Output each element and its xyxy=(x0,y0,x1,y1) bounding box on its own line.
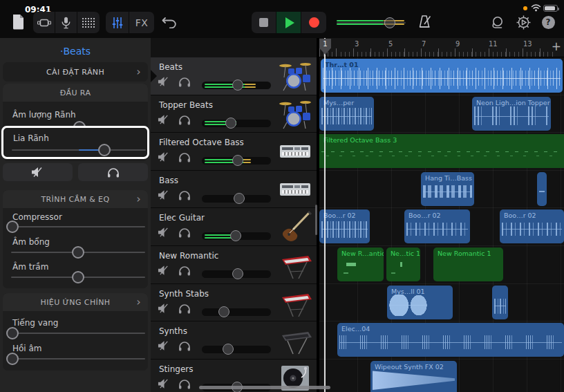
red-keyboard-icon[interactable] xyxy=(278,286,312,319)
track-pan-slider[interactable] xyxy=(12,144,146,156)
drum-kit-icon[interactable] xyxy=(278,97,312,131)
track-row-elec-guitar[interactable]: Elec Guitar xyxy=(151,208,317,246)
region-new-romantic-3[interactable]: New Romantic 1 xyxy=(433,248,503,281)
volume-knob[interactable] xyxy=(232,80,243,91)
region-elec-guitar-3[interactable]: Boo…r 02 xyxy=(500,209,564,243)
mute-icon[interactable] xyxy=(158,227,171,238)
mute-icon[interactable] xyxy=(158,378,171,389)
track-row-bass[interactable]: Bass xyxy=(151,171,317,209)
track-volume-slider[interactable] xyxy=(202,195,271,203)
add-section-button[interactable]: + xyxy=(552,39,561,53)
headphones-icon[interactable] xyxy=(178,190,191,200)
region-synth-stabs-1[interactable]: Mys…ll 01 xyxy=(387,286,453,319)
mute-icon[interactable] xyxy=(158,189,171,200)
region-synths[interactable]: Elec…04 xyxy=(337,323,564,357)
volume-knob[interactable] xyxy=(232,268,243,279)
headphones-icon[interactable] xyxy=(178,77,191,87)
track-volume-slider[interactable] xyxy=(202,82,271,89)
bass-slider[interactable] xyxy=(11,271,145,283)
headphones-icon[interactable] xyxy=(178,152,191,162)
volume-knob[interactable] xyxy=(234,193,245,204)
record-input-button[interactable] xyxy=(55,12,77,33)
region-stingers[interactable]: Wipeout Synth FX 02 xyxy=(370,361,457,392)
settings-button[interactable] xyxy=(515,14,532,30)
region-filtered-octave-bass[interactable]: Filtered Octave Bass 3 xyxy=(319,134,564,168)
echo-knob[interactable] xyxy=(6,353,19,365)
reverb-slider[interactable] xyxy=(11,327,145,339)
track-settings-button[interactable]: CÀI ĐẶT RÃNH › xyxy=(3,62,148,82)
echo-slider[interactable] xyxy=(11,353,145,365)
headphones-icon[interactable] xyxy=(178,265,191,276)
track-volume-slider[interactable] xyxy=(202,308,271,316)
play-button[interactable] xyxy=(276,12,301,33)
track-volume-slider[interactable] xyxy=(202,120,271,127)
region-new-romantic-2[interactable]: Ne…tic 1 xyxy=(386,248,420,281)
treble-knob[interactable] xyxy=(72,246,84,259)
plugins-eq-header[interactable]: TRÌNH CẮM & EQ › xyxy=(3,190,148,208)
bass-knob[interactable] xyxy=(72,271,84,283)
red-keyboard-icon[interactable] xyxy=(278,248,312,281)
track-row-filtered-octave-bass[interactable]: Filtered Octave Bass xyxy=(151,133,317,171)
region-bass[interactable]: Hang Ti…Bass 02 xyxy=(421,172,474,206)
compressor-knob[interactable] xyxy=(6,221,19,233)
stop-button[interactable] xyxy=(252,12,276,33)
mute-icon[interactable] xyxy=(158,340,171,351)
reverb-knob[interactable] xyxy=(6,327,19,339)
vertical-scrollbar[interactable] xyxy=(315,205,317,235)
metronome-button[interactable] xyxy=(415,13,433,31)
compressor-slider[interactable] xyxy=(11,221,145,233)
track-row-topper-beats[interactable]: Topper Beats xyxy=(151,95,317,133)
master-volume-slider[interactable] xyxy=(337,17,406,29)
headphones-icon[interactable] xyxy=(178,341,191,351)
my-songs-button[interactable] xyxy=(9,12,27,31)
dark-keyboard-icon[interactable] xyxy=(278,324,312,357)
headphones-icon[interactable] xyxy=(178,304,191,314)
volume-knob[interactable] xyxy=(230,230,241,241)
region-bass-small[interactable] xyxy=(537,172,547,206)
volume-knob[interactable] xyxy=(225,118,236,129)
drum-kit-icon[interactable] xyxy=(278,59,312,93)
synth-module-icon[interactable] xyxy=(278,135,312,168)
mute-icon[interactable] xyxy=(158,114,171,125)
master-volume-knob[interactable] xyxy=(384,17,395,28)
horizontal-scrollbar[interactable] xyxy=(199,386,330,389)
track-volume-slider[interactable] xyxy=(202,157,271,165)
region-beats[interactable]: Thr…t 01 xyxy=(321,59,563,93)
track-row-beats[interactable]: Beats xyxy=(151,57,317,95)
volume-knob[interactable] xyxy=(218,306,229,317)
region-elec-guitar-1[interactable]: Boo…r 02 xyxy=(319,209,370,243)
synth-module-icon[interactable] xyxy=(278,173,312,206)
track-volume-slider[interactable] xyxy=(202,232,271,240)
master-effects-header[interactable]: HIỆU ỨNG CHÍNH › xyxy=(3,293,148,311)
region-topper-1[interactable]: Mys…per xyxy=(319,97,374,131)
mute-icon[interactable] xyxy=(158,265,171,276)
track-pan-knob[interactable] xyxy=(98,144,111,156)
arrangement-timeline[interactable]: 3 5 7 9 11 13 + Thr…t 01 Mys…per xyxy=(319,38,564,392)
mute-icon[interactable] xyxy=(158,76,171,87)
loop-browser-button[interactable] xyxy=(489,15,506,30)
timeline-ruler[interactable]: 3 5 7 9 11 13 + xyxy=(319,38,564,57)
headphones-icon[interactable] xyxy=(178,227,191,238)
mute-button[interactable] xyxy=(3,163,73,181)
record-button[interactable] xyxy=(301,12,326,33)
fx-button[interactable]: FX xyxy=(129,12,154,33)
electric-guitar-icon[interactable] xyxy=(278,210,312,243)
headphones-icon[interactable] xyxy=(178,115,191,125)
track-controls-button[interactable] xyxy=(106,12,129,33)
track-volume-slider[interactable] xyxy=(202,346,271,353)
treble-slider[interactable] xyxy=(11,246,145,259)
playhead[interactable] xyxy=(324,38,326,392)
region-topper-2[interactable]: Neon Ligh…ion Topper xyxy=(472,97,551,131)
volume-knob[interactable] xyxy=(232,155,243,166)
live-loops-button[interactable] xyxy=(77,12,100,33)
region-elec-guitar-2[interactable]: Boo…r 02 xyxy=(404,209,470,243)
solo-headphones-button[interactable] xyxy=(78,163,148,181)
undo-button[interactable] xyxy=(160,14,178,30)
help-button[interactable]: ? xyxy=(540,15,556,30)
headphones-icon[interactable] xyxy=(178,379,191,389)
mute-icon[interactable] xyxy=(158,303,171,314)
mute-icon[interactable] xyxy=(158,151,171,162)
track-row-synths[interactable]: Synths xyxy=(151,321,317,360)
region-new-romantic-1[interactable]: New R…antic 1 xyxy=(337,248,384,281)
region-synth-stabs-2[interactable] xyxy=(492,286,508,319)
